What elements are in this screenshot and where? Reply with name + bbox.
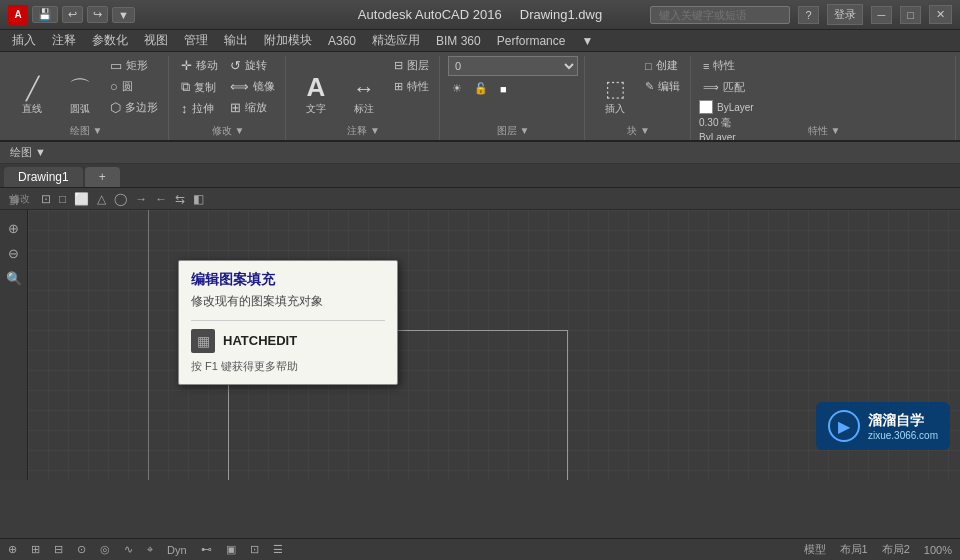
left-btn-2[interactable]: ⊖	[3, 242, 25, 264]
bottom-bar: ⊕ ⊞ ⊟ ⊙ ◎ ∿ ⌖ Dyn ⊷ ▣ ⊡ ☰ 模型 布局1 布局2 100…	[0, 538, 960, 560]
close-btn[interactable]: ✕	[929, 5, 952, 24]
create-block-icon: □	[645, 60, 652, 72]
tab-drawing1[interactable]: Drawing1	[4, 167, 83, 187]
stretch-icon: ↕	[181, 101, 188, 116]
layer-select[interactable]: 0	[448, 56, 578, 76]
edit-block-icon: ✎	[645, 80, 654, 93]
ribbon-group-annotation: A 文字 ↔ 标注 ⊟图层 ⊞特性 注释 ▼	[288, 56, 440, 140]
quick-access-btn[interactable]: 💾	[32, 6, 58, 23]
login-btn[interactable]: 登录	[827, 4, 863, 25]
menu-a360[interactable]: A360	[320, 32, 364, 50]
ortho-btn[interactable]: ⊟	[50, 542, 67, 557]
layer-properties: ByLayer 0.30 毫 ByLayer	[699, 100, 754, 140]
mt-btn4[interactable]: △	[94, 191, 109, 207]
menu-bim360[interactable]: BIM 360	[428, 32, 489, 50]
left-btn-1[interactable]: ⊕	[3, 217, 25, 239]
zoom-level: 100%	[920, 543, 956, 557]
mt-btn9[interactable]: ◧	[190, 191, 207, 207]
text-btn[interactable]: A 文字	[294, 56, 338, 118]
snap-btn[interactable]: ⊕	[4, 542, 21, 557]
ucs-btn[interactable]: ⌖	[143, 542, 157, 557]
modify-stretch-btn[interactable]: ↕拉伸	[177, 99, 222, 118]
rect-icon: ▭	[110, 58, 122, 73]
draw-arc-btn[interactable]: ⌒ 圆弧	[58, 56, 102, 118]
menu-parametric[interactable]: 参数化	[84, 30, 136, 51]
properties-btn[interactable]: ≡特性	[699, 56, 949, 75]
modify-mirror-btn[interactable]: ⟺镜像	[226, 77, 279, 96]
draw-line-btn[interactable]: ╱ 直线	[10, 56, 54, 118]
layout1-tab[interactable]: 布局1	[836, 541, 872, 558]
ribbon-layer-content: 0 ☀ 🔓 ■	[448, 56, 578, 122]
restore-btn[interactable]: □	[900, 6, 921, 24]
annotation-small: ⊟图层 ⊞特性	[390, 56, 433, 96]
lineweight-label: 0.30 毫	[699, 117, 731, 128]
grid-btn[interactable]: ⊞	[27, 542, 44, 557]
mt-btn5[interactable]: ◯	[111, 191, 130, 207]
layer-color-btn[interactable]: ■	[496, 81, 511, 97]
dyn-btn[interactable]: Dyn	[163, 543, 191, 557]
app-name: Autodesk AutoCAD 2016	[358, 7, 502, 22]
menu-more[interactable]: ▼	[573, 32, 601, 50]
menu-insert[interactable]: 插入	[4, 30, 44, 51]
layer-group-label: 图层 ▼	[497, 124, 530, 138]
draw-circle-btn[interactable]: ○圆	[106, 77, 162, 96]
menu-annotate[interactable]: 注释	[44, 30, 84, 51]
menu-view[interactable]: 视图	[136, 30, 176, 51]
menu-output[interactable]: 输出	[216, 30, 256, 51]
vline-left	[148, 210, 149, 480]
layer-prop-btn[interactable]: ⊟图层	[390, 56, 433, 75]
modify-rotate-btn[interactable]: ↺旋转	[226, 56, 279, 75]
circle-icon: ○	[110, 79, 118, 94]
draw-rect-btn[interactable]: ▭矩形	[106, 56, 162, 75]
tooltip-desc: 修改现有的图案填充对象	[191, 293, 385, 310]
modify-scale-btn[interactable]: ⊞缩放	[226, 98, 279, 117]
tooltip-command-name: HATCHEDIT	[223, 333, 297, 348]
create-block-btn[interactable]: □创建	[641, 56, 684, 75]
mt-btn6[interactable]: →	[132, 191, 150, 207]
ribbon-group-modify: ✛移动 ⧉复制 ↕拉伸 ↺旋转 ⟺镜像 ⊞缩放 修改 ▼	[171, 56, 286, 140]
tab-new[interactable]: +	[85, 167, 120, 187]
text-label: 文字	[306, 102, 326, 116]
annotation-group-label: 注释 ▼	[347, 124, 380, 138]
polar-btn[interactable]: ⊙	[73, 542, 90, 557]
layer-lock-btn[interactable]: 🔓	[470, 80, 492, 97]
redo-btn[interactable]: ↪	[87, 6, 108, 23]
modify-copy-btn[interactable]: ⧉复制	[177, 77, 222, 97]
menu-addons[interactable]: 附加模块	[256, 30, 320, 51]
menu-performance[interactable]: Performance	[489, 32, 574, 50]
layer-freeze-btn[interactable]: ☀	[448, 80, 466, 97]
match-prop-btn[interactable]: ⟹匹配	[699, 78, 949, 97]
mt-btn7[interactable]: ←	[152, 191, 170, 207]
layer-btn[interactable]: ⊞特性	[390, 77, 433, 96]
quick-prop-btn[interactable]: ☰	[269, 542, 287, 557]
mt-btn2[interactable]: □	[56, 191, 69, 207]
help-btn[interactable]: ?	[798, 6, 818, 24]
mt-btn1[interactable]: ⊡	[38, 191, 54, 207]
left-btn-3[interactable]: 🔍	[3, 267, 25, 289]
layout2-tab[interactable]: 布局2	[878, 541, 914, 558]
draw-poly-btn[interactable]: ⬡多边形	[106, 98, 162, 117]
sel-btn[interactable]: ⊡	[246, 542, 263, 557]
dim-btn[interactable]: ↔ 标注	[342, 56, 386, 118]
edit-block-btn[interactable]: ✎编辑	[641, 77, 684, 96]
minimize-btn[interactable]: ─	[871, 6, 893, 24]
search-input[interactable]	[650, 6, 790, 24]
modify-move-btn[interactable]: ✛移动	[177, 56, 222, 75]
mt-btn3[interactable]: ⬜	[71, 191, 92, 207]
ribbon-group-block: ⬚ 插入 □创建 ✎编辑 块 ▼	[587, 56, 691, 140]
trans-btn[interactable]: ▣	[222, 542, 240, 557]
undo-btn[interactable]: ↩	[62, 6, 83, 23]
insert-block-btn[interactable]: ⬚ 插入	[593, 56, 637, 118]
model-tab[interactable]: 模型	[800, 541, 830, 558]
lw-btn[interactable]: ⊷	[197, 542, 216, 557]
mt-btn8[interactable]: ⇆	[172, 191, 188, 207]
canvas-area[interactable]: 编辑图案填充 修改现有的图案填充对象 ▦ HATCHEDIT 按 F1 键获得更…	[28, 210, 960, 480]
quick-access-more[interactable]: ▼	[112, 7, 135, 23]
menu-featured[interactable]: 精选应用	[364, 30, 428, 51]
osnap-btn[interactable]: ◎	[96, 542, 114, 557]
draw-panel-label: 绘图 ▼	[4, 143, 52, 162]
otrack-btn[interactable]: ∿	[120, 542, 137, 557]
tooltip-divider	[191, 320, 385, 321]
ribbon-group-properties: ≡特性 ⟹匹配 ByLayer 0.30 毫 ByLayer	[693, 56, 956, 140]
menu-manage[interactable]: 管理	[176, 30, 216, 51]
